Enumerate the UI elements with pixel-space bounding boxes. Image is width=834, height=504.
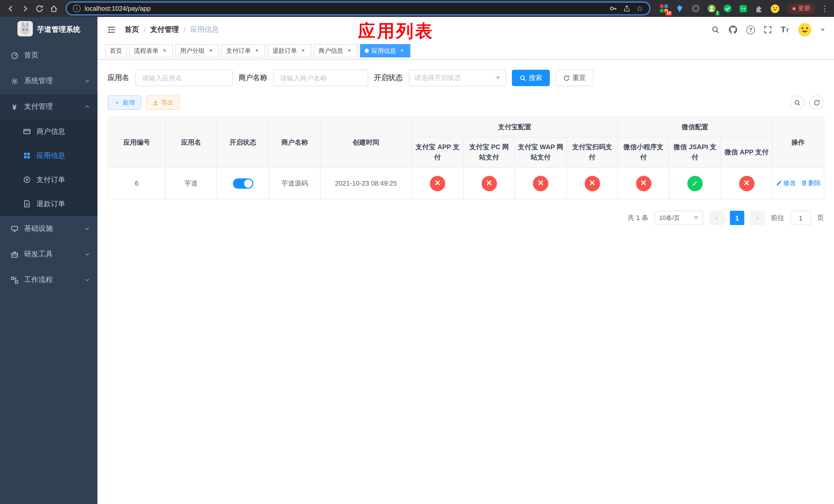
bookmark-star-icon[interactable]: ☆ (636, 5, 643, 12)
tab-refund-orders[interactable]: 退款订单× (268, 44, 311, 58)
tab-home[interactable]: 首页 (105, 44, 127, 58)
sidebar-item-infrastructure[interactable]: 基础设施 (0, 216, 97, 242)
sidebar: 芋道管理系统 首页 系统管理 ¥ 支付管理 (0, 17, 97, 504)
pagination: 共 1 条 10条/页 ‹ 1 › 前往 页 (108, 211, 824, 225)
font-size-icon[interactable]: TT (781, 26, 789, 34)
page-content: 应用名 商户名称 开启状态 请选择开启状态 搜索 (97, 60, 834, 225)
user-avatar[interactable] (797, 23, 812, 37)
tab-pay-orders[interactable]: 支付订单× (222, 44, 265, 58)
tab-process-form[interactable]: 流程表单× (129, 44, 173, 58)
close-icon[interactable]: × (398, 47, 406, 54)
pencil-icon (776, 180, 782, 186)
profile-avatar-icon[interactable] (769, 2, 781, 15)
sidebar-item-dev-tools[interactable]: 研发工具 (0, 242, 97, 267)
edit-link[interactable]: 修改 (776, 179, 796, 188)
forward-icon[interactable] (19, 2, 32, 15)
ext-grid-icon[interactable]: 10 (658, 2, 670, 15)
tab-label: 应用信息 (371, 46, 396, 55)
ext-green-circle-icon[interactable] (721, 2, 733, 15)
chevron-down-icon (84, 251, 90, 257)
breadcrumb-current: 应用信息 (190, 25, 219, 35)
close-icon[interactable]: × (207, 47, 214, 54)
address-bar[interactable]: i localhost:1024/pay/app ☆ (66, 2, 650, 15)
sidebar-item-home[interactable]: 首页 (0, 43, 97, 68)
home-icon[interactable] (47, 2, 61, 15)
pagination-total: 共 1 条 (628, 213, 648, 223)
search-icon[interactable] (711, 26, 720, 34)
reset-button[interactable]: 重置 (555, 70, 593, 86)
chevron-down-icon[interactable] (821, 28, 825, 31)
ext-avatar-icon[interactable]: 1 (705, 2, 718, 15)
prev-page-button[interactable]: ‹ (709, 211, 724, 225)
breadcrumb-payment[interactable]: 支付管理 (150, 25, 179, 35)
password-key-icon[interactable] (609, 5, 617, 12)
filter-form: 应用名 商户名称 开启状态 请选择开启状态 搜索 (108, 70, 824, 86)
app-logo[interactable]: 芋道管理系统 (0, 17, 97, 43)
close-icon[interactable]: × (346, 47, 353, 54)
share-icon[interactable] (623, 5, 630, 12)
app-name-input[interactable] (135, 70, 233, 86)
sidebar-item-app-info[interactable]: 应用信息 (0, 143, 97, 168)
extensions-area: 10 1 (658, 2, 781, 15)
next-page-button[interactable]: › (750, 211, 765, 225)
close-icon[interactable]: × (300, 47, 307, 54)
toggle-knob (244, 179, 252, 187)
alipay-app-status-icon (430, 176, 445, 191)
status-toggle[interactable] (233, 178, 253, 188)
sidebar-item-label: 研发工具 (24, 250, 53, 259)
breadcrumb-separator: / (144, 26, 146, 34)
tab-app-info[interactable]: 应用信息× (360, 44, 410, 58)
sidebar-item-workflow[interactable]: 工作流程 (0, 267, 97, 293)
sidebar-item-label: 应用信息 (37, 151, 65, 160)
alipay-pc-status-icon (481, 176, 497, 191)
close-icon[interactable]: × (254, 47, 261, 54)
puzzle-icon[interactable] (753, 2, 765, 15)
update-button[interactable]: 更新 (787, 3, 815, 14)
add-button[interactable]: ＋ 新增 (108, 95, 141, 110)
table-row: 6 芋道 芋道源码 2021-10-23 08:49:25 (108, 167, 824, 199)
export-button[interactable]: 导出 (146, 95, 179, 110)
tab-merchant-info[interactable]: 商户信息× (314, 44, 357, 58)
sidebar-toggle-icon[interactable] (107, 25, 116, 35)
ext-gem-icon[interactable] (674, 2, 686, 15)
tab-label: 退款订单 (272, 46, 297, 55)
merchant-name-input[interactable] (273, 70, 368, 86)
sidebar-item-merchant-info[interactable]: 商户信息 (0, 119, 97, 143)
credit-card-icon (23, 128, 31, 135)
wechat-mini-status-icon (636, 176, 651, 191)
sidebar-item-label: 商户信息 (37, 127, 65, 136)
browser-menu-icon[interactable]: ⋮ (820, 4, 830, 13)
alipay-scan-status-icon (585, 176, 600, 191)
col-group-wechat: 微信配置 (618, 117, 772, 137)
toggle-search-button[interactable] (790, 95, 804, 110)
delete-link[interactable]: 删除 (801, 179, 821, 188)
sidebar-item-pay-orders[interactable]: 支付订单 (0, 168, 97, 192)
reload-icon[interactable] (33, 2, 46, 15)
sidebar-item-system[interactable]: 系统管理 (0, 68, 97, 94)
goto-page-input[interactable] (790, 211, 811, 225)
refresh-button[interactable] (809, 95, 824, 110)
breadcrumb-home[interactable]: 首页 (125, 25, 139, 35)
back-icon[interactable] (4, 2, 18, 15)
fullscreen-icon[interactable] (764, 26, 772, 34)
site-info-icon[interactable]: i (73, 5, 81, 12)
page-size-select[interactable]: 10条/页 (655, 211, 703, 225)
plus-icon: ＋ (114, 98, 120, 107)
ext-dark-circle-icon[interactable] (689, 2, 702, 15)
col-header-status: 开启状态 (217, 117, 269, 167)
status-select[interactable]: 请选择开启状态 (409, 70, 506, 86)
wechat-app-status-icon (739, 176, 754, 191)
close-icon[interactable]: × (161, 47, 168, 54)
ext-chat-icon[interactable] (737, 2, 749, 15)
page-number-button[interactable]: 1 (730, 211, 744, 225)
sidebar-item-payment[interactable]: ¥ 支付管理 (0, 94, 97, 119)
tab-user-group[interactable]: 用户分组× (175, 44, 219, 58)
search-button[interactable]: 搜索 (512, 70, 550, 86)
sidebar-item-refund-orders[interactable]: 退款订单 (0, 192, 97, 216)
app-navbar: 首页 / 支付管理 / 应用信息 应用列表 ? TT (97, 17, 834, 43)
github-icon[interactable] (728, 25, 738, 35)
monitor-icon (10, 225, 19, 232)
col-header-wechat-mini: 微信小程序支付 (618, 137, 669, 167)
help-icon[interactable]: ? (746, 25, 755, 34)
sidebar-menu: 首页 系统管理 ¥ 支付管理 (0, 43, 97, 293)
